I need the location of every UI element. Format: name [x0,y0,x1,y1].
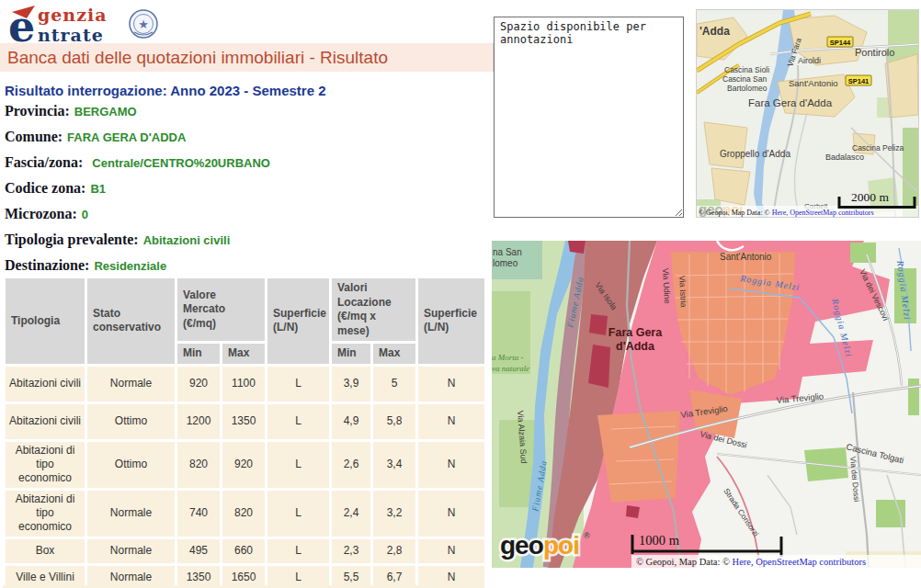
zone-label-via-istria: Via Istria [677,276,688,308]
field-comune: Comune:FARA GERA D'ADDA [5,129,270,154]
zone-label-la-morta-1: a Morta - [492,353,524,362]
overview-label-airoldi: Airoldi [798,56,821,65]
col-header-stato: Stato conservativo [87,278,175,364]
zone-scale-label: 1000 m [639,533,680,548]
cell-vl-min: 2,4 [332,491,370,537]
table-row: Abitazioni civili Normale 920 1100 L 3,9… [6,367,484,401]
result-heading: Risultato interrogazione: Anno 2023 - Se… [5,83,326,98]
field-codice-zona: Codice zona:B1 [5,180,270,206]
field-value: Centrale/CENTRO%20URBANO [83,156,270,170]
overview-label-pontirolo: Pontirolo [855,47,894,58]
overview-label-bartolomeo: Bartolomeo [727,84,768,93]
page-title: Banca dati delle quotazioni immobiliari … [0,43,494,72]
cell-vm-max: 1350 [222,404,265,439]
cell-tipologia: Abitazioni civili [6,404,85,439]
sub-header-min: Min [332,344,370,364]
attribution-text: © Geopoi, Map Data: © [699,209,772,217]
italy-emblem-icon: ★ [130,10,157,38]
logo-word-entrate: ntrate [38,25,104,45]
overview-map[interactable]: 'Adda Cascina Sioli Cascina San Bartolom… [696,9,919,218]
zone-label-sant-antonio: Sant'Antonio [720,252,772,262]
cell-vm-min: 920 [177,367,220,401]
zone-label-la-morta-2: va naturale [492,364,529,373]
logo-word-agenzia: genzia [38,5,108,25]
cell-sup1: L [267,491,329,537]
cell-vl-min: 2,3 [332,539,370,563]
svg-text:SP144: SP144 [830,39,851,47]
cell-sup2: N [418,367,484,401]
sub-header-max: Max [373,344,415,364]
cell-sup2: N [418,404,484,439]
field-label: Codice zona: [5,180,85,196]
zone-label-fara-gera-2: d'Adda [616,340,655,353]
svg-text:★: ★ [138,17,149,31]
logo-big-e: e [8,4,35,46]
svg-text:SP141: SP141 [848,77,870,85]
cell-sup1: L [267,442,329,488]
field-value: BERGAMO [70,105,137,119]
cell-vm-max: 660 [222,539,265,563]
field-label: Tipologia prevalente: [5,232,139,247]
field-label: Microzona: [5,206,77,221]
overview-label-cascina-peliza: Cascina Peliza [852,143,904,153]
geopoi-logo-poi: poi [543,531,579,560]
cell-vm-min: 495 [177,539,220,563]
zone-label-na-san: na San [493,247,522,257]
cell-stato: Normale [87,367,175,401]
geopoi-logo-geo: geo [500,531,544,560]
col-header-tipologia: Tipologia [6,278,85,364]
overview-label-fara-gera: Fara Gera d'Adda [748,97,833,108]
zone-map[interactable]: na San lomeo Sant'Antonio Fiume Adda Fiu… [492,241,921,568]
cell-sup2: N [418,539,484,563]
geopoi-logo[interactable]: geopoi geo poi ® [500,531,590,560]
col-header-superficie-1: Superficie (L/N) [267,278,329,364]
osm-link[interactable]: OpenStreetMap contributors [756,557,866,567]
cell-vl-min: 3,9 [332,367,370,401]
col-header-valori-locazione: Valori Locazione (€/mq x mese) [332,278,415,341]
cell-sup1: L [267,404,329,439]
zone-label-via-udine: Via Udine [661,268,672,304]
overview-label-badalasco: Badalasco [825,153,864,162]
field-value: Abitazioni civili [139,233,231,247]
cell-sup1: L [267,367,329,401]
cell-sup1: L [267,539,329,563]
cell-vl-max: 5 [373,367,415,401]
cell-sup2: N [418,491,484,537]
sp141-road-badge: SP141 [846,75,871,85]
cell-stato: Ottimo [87,442,175,488]
result-fields: Provincia:BERGAMO Comune:FARA GERA D'ADD… [5,103,270,283]
agenzia-entrate-logo-mark: e genzia ntrate ★ [7,4,171,46]
field-value: 0 [77,208,88,221]
field-value: FARA GERA D'ADDA [63,130,186,144]
sp144-road-badge: SP144 [827,37,853,47]
field-label: Provincia: [5,103,70,119]
field-tipologia-prevalente: Tipologia prevalente:Abitazioni civili [5,232,270,257]
cell-vl-min: 2,6 [332,442,370,488]
osm-link[interactable]: OpenStreetMap contributors [790,209,873,217]
cell-tipologia: Abitazioni civili [6,367,85,401]
overview-scale-label: 2000 m [851,190,889,204]
geopoi-logo-reg: ® [584,531,590,540]
table-row: Box Normale 495 660 L 2,3 2,8 N [6,539,484,563]
cell-vm-max: 1100 [222,367,265,401]
col-header-valore-mercato: Valore Mercato (€/mq) [177,278,265,341]
table-row: Abitazioni di tipo economico Normale 740… [6,491,484,537]
cell-tipologia: Box [6,539,85,563]
cell-sup2: N [418,442,484,488]
annotations-textarea[interactable]: Spazio disponibile per annotazioni [494,17,684,218]
cell-vm-min: 820 [177,442,220,488]
cell-stato: Normale [87,539,175,563]
cell-vl-max: 5,8 [373,404,415,439]
zone-label-fara-gera-1: Fara Gera [608,326,663,339]
cell-tipologia: Abitazioni di tipo economico [6,442,85,488]
here-link[interactable]: Here [772,209,787,217]
table-row: Abitazioni di tipo economico Ottimo 820 … [6,442,484,488]
cell-vm-min: 740 [177,491,220,537]
cell-vm-max: 820 [222,491,265,537]
zone-label-lomeo: lomeo [493,258,518,268]
zone-attribution: © Geopoi, Map Data: © Here, OpenStreetMa… [636,557,866,567]
field-microzona: Microzona:0 [5,206,270,232]
cell-vm-max: 920 [222,442,265,488]
here-link[interactable]: Here [733,557,752,567]
overview-label-cascina-sioli: Cascina Sioli [724,65,769,74]
